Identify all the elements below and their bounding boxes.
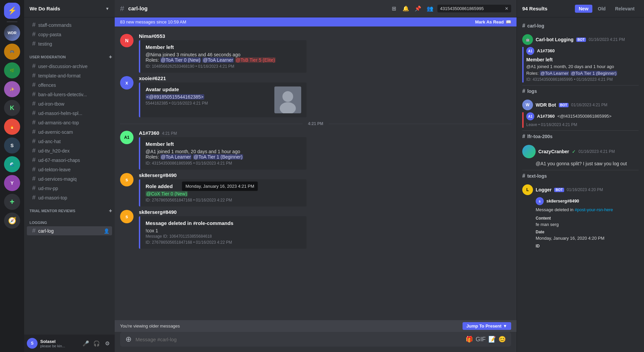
search-results-list: # carl-log 🤖 Carl-bot Logging BOT 01/16/… xyxy=(517,17,644,352)
message-group: s sk8erserg#8490 Role added @CoX Tier 0 … xyxy=(115,171,517,208)
message-content: xooie#6221 Avatar update <@8918505155441… xyxy=(139,75,511,117)
channel-item-ud-anc-hat[interactable]: # ud-anc-hat xyxy=(27,137,112,146)
members-icon[interactable]: 👥 xyxy=(425,4,435,13)
channel-item-ud-tekton-leave[interactable]: # ud-tekton-leave xyxy=(27,165,112,174)
server-icon-3[interactable]: 🌿 xyxy=(4,62,20,78)
filter-old-button[interactable]: Old xyxy=(594,5,609,13)
sticker-icon[interactable]: 📝 xyxy=(488,336,496,343)
deafen-button[interactable]: 🎧 xyxy=(92,339,101,348)
server-dropdown-chevron[interactable]: ▼ xyxy=(105,6,109,11)
new-messages-bar[interactable]: 83 new messages since 10:59 AM Mark As R… xyxy=(115,17,517,26)
channel-item-ud-67-masori-chaps[interactable]: # ud-67-masori-chaps xyxy=(27,156,112,165)
channel-item-user-discussion-archive[interactable]: # user-discussion-archive xyxy=(27,62,112,71)
date-value: Monday, January 16, 2020 4:20 PM xyxy=(536,235,639,242)
search-result-item[interactable]: 🤖 Carl-bot Logging BOT 01/16/2023 4:21 P… xyxy=(517,32,644,85)
embed-body: !cox 1 Message ID: 1064701153855684618 xyxy=(146,228,301,239)
hash-icon: # xyxy=(32,128,36,135)
more-actions-button[interactable]: ⋯ xyxy=(501,76,510,86)
result-date-block: Date Monday, January 16, 2020 4:20 PM xyxy=(536,229,639,242)
channel-name: ud-armanis-anc-top xyxy=(38,120,79,125)
search-result-item[interactable]: L Logger BOT 01/16/2023 4:20 PM s sk8ers… xyxy=(517,182,644,252)
channel-item-carl-log[interactable]: # carl-log 👤 xyxy=(27,226,112,235)
channel-item-staff-commands[interactable]: # staff-commands xyxy=(27,20,112,30)
channel-item-ud-avernic-scam[interactable]: # ud-avernic-scam xyxy=(27,127,112,136)
hash-icon: # xyxy=(32,100,36,107)
hash-icon: # xyxy=(32,166,36,173)
category-add-icon[interactable]: + xyxy=(109,208,112,214)
discord-home-icon[interactable]: ⚡ xyxy=(4,3,20,19)
pin-icon[interactable]: 📌 xyxy=(413,4,423,13)
channel-item-ud-masori-helm-spl[interactable]: # ud-masori-helm-spl... xyxy=(27,109,112,118)
add-server-button[interactable]: + xyxy=(4,194,20,210)
message-input[interactable] xyxy=(136,337,462,342)
mute-button[interactable]: 🎤 xyxy=(81,339,91,348)
channel-name: ud-67-masori-chaps xyxy=(38,158,80,163)
channel-name: staff-commands xyxy=(38,22,71,28)
filter-relevant-button[interactable]: Relevant xyxy=(611,5,639,13)
reply-button[interactable]: ↩ xyxy=(491,76,500,86)
filter-new-button[interactable]: New xyxy=(575,5,593,13)
channel-link[interactable]: #post-your-rsn-here xyxy=(575,207,613,212)
search-result-item[interactable]: CrazyCranber ✓ 01/16/2023 4:21 PM @A1 yo… xyxy=(517,142,644,170)
server-icon-7[interactable]: S xyxy=(4,137,20,154)
channel-item-template-and-format[interactable]: # template-and-format xyxy=(27,71,112,80)
search-clear-icon[interactable]: ✕ xyxy=(505,6,508,11)
discover-servers-button[interactable]: 🧭 xyxy=(4,213,20,229)
channel-name: user-discussion-archive xyxy=(38,64,88,69)
result-avatar: 🤖 xyxy=(522,34,533,45)
roles-label: Roles: xyxy=(526,71,540,76)
server-icon-2[interactable]: 🎮 xyxy=(4,44,20,60)
role-mention-1: @ToA Learner xyxy=(160,154,192,160)
mark-as-read-button[interactable]: Mark As Read 📖 xyxy=(475,19,512,24)
results-count: 94 Results xyxy=(522,6,547,11)
search-bar[interactable]: 431543500861865995 ✕ xyxy=(437,5,511,12)
jump-to-present-button[interactable]: Jump To Present ▼ xyxy=(463,322,511,330)
embed-body-prefix: @Nima joined 3 minutes and 46 seconds ag… xyxy=(146,52,240,57)
bell-icon[interactable]: 🔔 xyxy=(401,4,411,13)
gift-icon[interactable]: 🎁 xyxy=(466,336,473,343)
embed-body-text: !cox 1 xyxy=(146,228,158,233)
role-mention-2: @ToA Tier 1 (Beginner) xyxy=(193,154,243,160)
channel-item-offences[interactable]: # offences xyxy=(27,80,112,90)
result-timestamp: 01/16/2023 4:21 PM xyxy=(579,149,615,154)
channel-name: ud-tekton-leave xyxy=(38,167,71,172)
message-embed: Message deleted in #role-commands !cox 1… xyxy=(139,216,307,249)
server-icon-4[interactable]: ✨ xyxy=(4,81,20,97)
channel-item-ud-armanis-anc-top[interactable]: # ud-armanis-anc-top xyxy=(27,118,112,127)
channel-item-ud-ttv-h20-dex[interactable]: # ud-ttv_h20-dex xyxy=(27,146,112,155)
search-result-item[interactable]: W WDR Bot BOT 01/16/2023 4:21 PM A1 A1#7… xyxy=(517,97,644,130)
server-icon-9[interactable]: Y xyxy=(4,175,20,191)
channel-item-copy-pasta[interactable]: # copy-pasta xyxy=(27,30,112,39)
server-icon-8[interactable]: 🌊 xyxy=(4,156,20,172)
result-text: s sk8erserg#8490 Message deleted in #pos… xyxy=(522,197,639,249)
category-logging[interactable]: LOGGING xyxy=(24,215,115,226)
channel-item-testing[interactable]: # testing xyxy=(27,39,112,48)
embed-id: ID: 431543500861865995 • 01/16/2023 4:21… xyxy=(146,161,301,166)
attach-file-button[interactable]: ⊕ xyxy=(125,335,131,344)
channel-name: template-and-format xyxy=(38,73,80,78)
embed-id: 5544162385 • 01/16/2023 4:21 PM xyxy=(146,101,269,106)
category-add-icon[interactable]: + xyxy=(109,54,112,60)
react-button[interactable]: 😊 xyxy=(481,76,490,86)
channel-item-ban-all-lurers[interactable]: # ban-all-lurers-detectiv... xyxy=(27,90,112,99)
channel-item-ud-services-magiq[interactable]: # ud-services-magiq xyxy=(27,174,112,183)
result-channel-label: # carl-log xyxy=(517,20,644,32)
server-icon-6[interactable]: 🔥 xyxy=(4,119,20,135)
message-content: sk8erserg#8490 Message deleted in #role-… xyxy=(139,209,511,249)
message-content: Nima#0553 Member left @Nima joined 3 min… xyxy=(139,33,511,73)
category-user-moderation[interactable]: USER MODERATION + xyxy=(24,49,115,61)
server-icon-wdr[interactable]: WDR xyxy=(4,25,20,41)
channel-item-ud-masori-top[interactable]: # ud-masori-top xyxy=(27,193,112,202)
channel-item-ud-iron-tbow[interactable]: # ud-iron-tbow xyxy=(27,99,112,108)
gif-icon[interactable]: GIF xyxy=(476,336,486,343)
category-trial-mentor-reviews[interactable]: TRIAL MENTOR REVIEWS + xyxy=(24,202,115,215)
result-avatar: W xyxy=(522,100,533,110)
server-header[interactable]: We Do Raids ▼ xyxy=(24,0,115,17)
user-settings-button[interactable]: ⚙ xyxy=(103,339,112,348)
channel-item-ud-mv-pp[interactable]: # ud-mv-pp xyxy=(27,184,112,193)
embed-body: @CoX Tier 0 (New) xyxy=(146,191,301,196)
server-icon-5[interactable]: K xyxy=(4,100,20,116)
emoji-icon[interactable]: 😊 xyxy=(498,336,506,343)
hash-plus-icon[interactable]: ⊞ xyxy=(389,4,398,13)
channel-name: copy-pasta xyxy=(38,32,61,37)
